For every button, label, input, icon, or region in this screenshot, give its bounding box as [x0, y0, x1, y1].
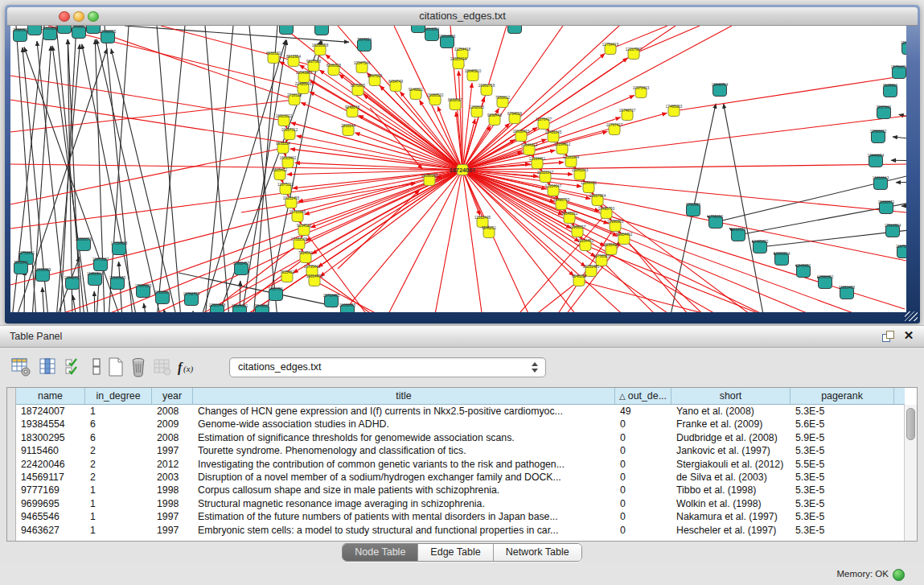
- table-selector-value: citations_edges.txt: [238, 358, 322, 377]
- graph-edge: [144, 303, 146, 312]
- table-row[interactable]: 1872400712008Changes of HCN gene express…: [16, 405, 905, 418]
- graph-node-label: 2867608: [368, 74, 382, 78]
- graph-node[interactable]: [412, 26, 425, 33]
- graph-node-label: 8186328: [326, 64, 341, 68]
- graph-node-label: 12923448: [209, 303, 226, 307]
- column-header-out_de[interactable]: △out_de...: [615, 388, 671, 404]
- table-cell: 1: [85, 484, 152, 496]
- table-row[interactable]: 946362711997Embryonic stem cells: a mode…: [16, 524, 905, 537]
- graph-edge: [298, 170, 462, 201]
- table-row[interactable]: 1938455462009Genome-wide association stu…: [16, 418, 905, 431]
- delete-column-button[interactable]: [127, 356, 150, 378]
- column-header-year[interactable]: year: [152, 388, 193, 404]
- table-row[interactable]: 911546021997Tourette syndrome. Phenomeno…: [16, 444, 905, 457]
- table-cell: 2012: [152, 458, 193, 471]
- table-cell: Yano et al. (2008): [671, 405, 791, 418]
- attribute-table: namein_degreeyeartitle△out_de...shortpag…: [6, 387, 918, 542]
- table-settings-icon: [10, 356, 31, 377]
- table-cell: Corpus callosum shape and size in male p…: [193, 484, 615, 496]
- graph-node-label: 15718485: [323, 294, 340, 298]
- status-bar: Memory: OK: [0, 563, 924, 585]
- table-row[interactable]: 969969511998Structural magnetic resonanc…: [16, 497, 905, 510]
- select-columns-button[interactable]: [37, 356, 60, 378]
- graph-node-label: 8695493: [604, 243, 618, 247]
- graph-node-label: 9546255: [572, 274, 586, 278]
- graph-node-label: 11123754: [901, 41, 906, 45]
- window-title-bar[interactable]: citations_edges.txt: [7, 7, 918, 26]
- table-panel-header: Table Panel ✕: [0, 325, 924, 348]
- table-cell: 5.6E-5: [791, 418, 894, 431]
- graph-node-label: 16961758: [478, 84, 495, 88]
- graph-node[interactable]: [315, 26, 329, 35]
- graph-edge: [434, 170, 462, 312]
- table-scrollbar[interactable]: [904, 405, 917, 541]
- table-cell: Jankovic et al. (1997): [671, 444, 791, 457]
- graph-edge: [462, 170, 906, 261]
- graph-edge: [891, 160, 906, 161]
- float-panel-icon[interactable]: [882, 331, 895, 342]
- table-row[interactable]: 946554611997Estimation of the future num…: [16, 510, 905, 523]
- graph-edge: [205, 26, 233, 312]
- tab-network-table[interactable]: Network Table: [494, 544, 581, 561]
- sort-ascending-icon: △: [619, 392, 626, 401]
- graph-node[interactable]: [280, 26, 294, 35]
- graph-node-label: 7524541: [298, 251, 313, 255]
- graph-node[interactable]: [58, 26, 72, 34]
- graph-node-label: 9810533: [731, 228, 745, 232]
- graph-edge: [43, 287, 44, 312]
- function-builder-button[interactable]: f(x): [175, 356, 198, 378]
- graph-node-label: 17016504: [885, 224, 901, 228]
- graph-node-label: 8912954: [286, 55, 301, 59]
- new-column-button[interactable]: [105, 356, 127, 378]
- svg-text:(x): (x): [183, 364, 194, 374]
- table-cell: 9465546: [16, 510, 85, 523]
- column-header-short[interactable]: short: [671, 388, 791, 404]
- graph-edge: [306, 170, 462, 241]
- table-selector-dropdown[interactable]: citations_edges.txt: [229, 357, 546, 377]
- graph-node-label: 10736525: [593, 254, 610, 258]
- table-cell: 2008: [152, 431, 193, 444]
- table-row[interactable]: 2242004622012Investigating the contribut…: [16, 458, 905, 471]
- graph-node-label: 17957255: [135, 284, 152, 288]
- table-cell: Tourette syndrome. Phenomenology and cla…: [193, 444, 615, 457]
- graph-node-label: 10973403: [633, 86, 650, 90]
- memory-status-label: Memory: OK: [836, 563, 889, 584]
- table-cell: 5.3E-5: [791, 497, 894, 510]
- graph-node-label: 15954492: [616, 233, 633, 237]
- table-cell: 2009: [152, 418, 193, 431]
- select-rows-button[interactable]: [63, 356, 85, 378]
- column-header-name[interactable]: name: [16, 388, 85, 404]
- table-cell: Tibbo et al. (1998): [671, 484, 791, 496]
- graph-node-label: 10543862: [296, 71, 313, 75]
- graph-edge: [10, 100, 294, 132]
- graph-node-label: 9242848: [345, 105, 359, 109]
- window-resize-grip[interactable]: [905, 311, 918, 321]
- scrollbar-thumb[interactable]: [906, 408, 915, 440]
- table-row[interactable]: 977716911998Corpus callosum shape and si…: [16, 484, 905, 496]
- table-row[interactable]: 1830029562008Estimation of significance …: [16, 431, 905, 444]
- table-row[interactable]: 1456911722003Disruption of a novel membe…: [16, 471, 905, 484]
- graph-node-label: 10958107: [154, 290, 171, 295]
- graph-node[interactable]: [508, 26, 522, 34]
- graph-node-label: 16933214: [774, 252, 791, 256]
- graph-node-label: 13942757: [64, 276, 81, 280]
- graph-node[interactable]: [87, 26, 101, 34]
- tab-edge-table[interactable]: Edge Table: [418, 544, 493, 561]
- table-cell: 5.3E-5: [791, 471, 894, 484]
- graph-node-label: 12444194: [868, 154, 885, 158]
- network-canvas[interactable]: 1830029586601238912954182260589827508818…: [10, 26, 906, 312]
- tab-node-table[interactable]: Node Table: [343, 544, 418, 561]
- table-settings-button[interactable]: [10, 356, 32, 378]
- graph-edge: [193, 311, 195, 312]
- graph-node-label: 12675113: [277, 183, 294, 187]
- table-cell: 1998: [152, 484, 193, 496]
- table-cell: 9115460: [16, 444, 85, 457]
- graph-node-label: 8822037: [448, 98, 462, 102]
- column-header-title[interactable]: title: [193, 388, 615, 404]
- column-header-in_degree[interactable]: in_degree: [85, 388, 152, 404]
- delete-table-button[interactable]: [151, 356, 174, 378]
- graph-node-label: 19218896: [439, 35, 456, 39]
- graph-node[interactable]: [28, 26, 42, 35]
- column-header-pagerank[interactable]: pagerank: [791, 388, 894, 404]
- close-panel-icon[interactable]: ✕: [901, 328, 916, 343]
